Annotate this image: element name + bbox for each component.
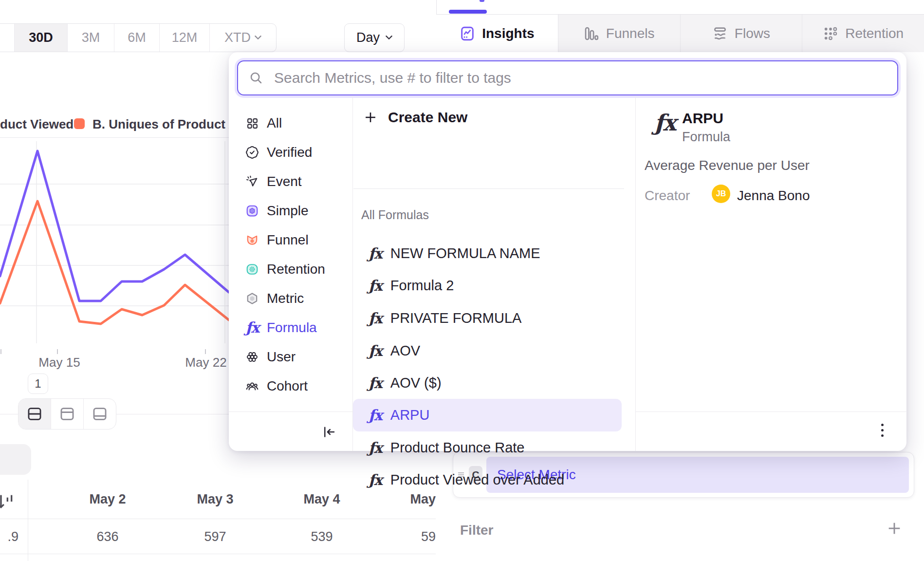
formula-item[interactable]: ƒx Product Bounce Rate (353, 431, 622, 464)
time-range-12m[interactable]: 12M (160, 24, 210, 52)
create-new-label: Create New (388, 109, 467, 126)
line-chart[interactable] (0, 141, 229, 355)
table-header-may4[interactable]: May 4 (283, 492, 361, 507)
sidebar-item-user[interactable]: User (229, 342, 352, 372)
formula-item-label: Product Bounce Rate (390, 440, 525, 456)
creator-name: Jenna Bono (737, 188, 810, 204)
sidebar-footer (229, 411, 353, 451)
legend-item-b[interactable]: B. Uniques of Product Add (92, 117, 229, 132)
cohort-people-icon (246, 380, 259, 393)
list-section-label: All Formulas (361, 208, 429, 222)
tab-label: Insights (482, 26, 534, 41)
layout-split-button[interactable] (18, 399, 51, 429)
sidebar-item-all[interactable]: All (229, 109, 352, 138)
fx-icon-large: ƒx (654, 112, 675, 134)
sidebar-item-label: Metric (267, 291, 304, 306)
fx-icon: ƒx (369, 441, 382, 455)
tab-label: Retention (845, 26, 904, 41)
sidebar-item-label: All (267, 115, 282, 131)
tab-label: Funnels (606, 26, 655, 41)
sidebar-item-verified[interactable]: Verified (229, 138, 352, 167)
collapse-sidebar-icon[interactable] (322, 425, 336, 439)
sidebar-item-formula[interactable]: ƒx Formula (229, 313, 352, 342)
split-view-icon (26, 406, 43, 422)
formula-item-label: PRIVATE FORMULA (390, 310, 522, 326)
time-range-3m[interactable]: 3M (68, 24, 114, 52)
sidebar-item-simple[interactable]: Simple (229, 196, 352, 225)
sidebar-item-metric[interactable]: Metric (229, 284, 352, 313)
table-cell: 597 (176, 529, 254, 544)
time-range-30d[interactable]: 30D (15, 24, 68, 52)
sidebar-item-label: Cohort (267, 378, 308, 394)
legend-swatch-b (74, 118, 85, 129)
simple-metric-icon (246, 205, 259, 217)
tab-retention[interactable]: Retention (802, 15, 924, 52)
insights-icon (460, 26, 475, 41)
sidebar-item-label: Verified (267, 145, 312, 160)
granularity-label: Day (356, 30, 380, 45)
table-cell: 539 (283, 529, 361, 544)
metric-hexagon-icon (246, 292, 259, 305)
detail-title: ARPU (682, 110, 723, 127)
formula-item[interactable]: ƒx PRIVATE FORMULA (353, 302, 622, 335)
tab-insights[interactable]: Insights (436, 15, 558, 52)
sidebar-item-event[interactable]: Event (229, 167, 352, 196)
chevron-down-icon (386, 36, 392, 40)
fx-icon: ƒx (369, 311, 382, 326)
time-range-xtd[interactable]: XTD (210, 24, 276, 52)
table-row-divider (0, 554, 436, 554)
decorative-speck (480, 0, 484, 2)
table-header-divider-right (229, 519, 436, 519)
tab-funnels[interactable]: Funnels (558, 15, 680, 52)
create-new-button[interactable]: Create New (364, 109, 467, 126)
time-range-6m[interactable]: 6M (114, 24, 160, 52)
layout-toggle (18, 398, 116, 430)
detail-description: Average Revenue per User (645, 158, 810, 173)
sidebar-item-funnel[interactable]: Funnel (229, 225, 352, 255)
sidebar-item-label: Funnel (267, 232, 309, 248)
layout-table-only-button[interactable] (84, 399, 116, 429)
fx-icon: ƒx (369, 279, 382, 293)
table-header-may2[interactable]: May 2 (69, 492, 147, 507)
pagination-page-button[interactable]: 1 (28, 374, 48, 394)
modal-list-panel: Create New All Formulas ƒx NEW FORMULA N… (353, 95, 635, 451)
avatar: JB (712, 185, 730, 203)
sort-descending-icon[interactable] (0, 492, 16, 511)
modal-sidebar: All Verified Event Simple Funnel (229, 95, 353, 451)
chevron-down-icon (255, 36, 261, 40)
formula-item[interactable]: ƒx AOV (353, 335, 622, 367)
sidebar-item-label: Retention (267, 262, 325, 277)
sidebar-item-cohort[interactable]: Cohort (229, 372, 352, 401)
fx-icon: ƒx (369, 408, 382, 423)
retention-icon (823, 26, 838, 41)
formula-item-selected[interactable]: ƒx ARPU (353, 399, 622, 431)
time-range-partial-segment[interactable] (0, 24, 15, 52)
metric-search-box (237, 60, 898, 95)
table-header-may3[interactable]: May 3 (176, 492, 254, 507)
layout-chart-only-button[interactable] (51, 399, 84, 429)
legend-divider (0, 137, 229, 138)
verified-badge-icon (246, 146, 259, 159)
search-input[interactable] (273, 69, 887, 87)
modal-detail-panel: ƒx ARPU Formula Average Revenue per User… (635, 95, 906, 451)
search-icon (249, 71, 263, 85)
legend-item-a-partial[interactable]: duct Viewed (0, 117, 74, 132)
chart-card: duct Viewed B. Uniques of Product Add Ma… (0, 52, 229, 561)
formula-item[interactable]: ƒx NEW FORMULA NAME (353, 237, 622, 270)
formula-item[interactable]: ƒx AOV ($) (353, 367, 622, 399)
tab-flows[interactable]: Flows (680, 15, 802, 52)
more-options-button[interactable] (881, 424, 884, 437)
formula-item[interactable]: ƒx Product Viewed over Added (353, 464, 622, 496)
granularity-dropdown[interactable]: Day (344, 23, 405, 52)
flows-icon (712, 26, 728, 41)
user-cluster-icon (246, 351, 259, 363)
formula-item-label: ARPU (390, 407, 430, 423)
formula-item[interactable]: ƒx Formula 2 (353, 269, 622, 302)
sidebar-item-label: Formula (267, 320, 317, 336)
series-tab-stub[interactable] (0, 444, 31, 475)
funnels-icon (584, 26, 599, 41)
add-filter-button[interactable] (886, 520, 903, 537)
formula-item-label: Formula 2 (390, 278, 454, 294)
fx-icon: ƒx (369, 473, 382, 487)
sidebar-item-retention[interactable]: Retention (229, 255, 352, 284)
